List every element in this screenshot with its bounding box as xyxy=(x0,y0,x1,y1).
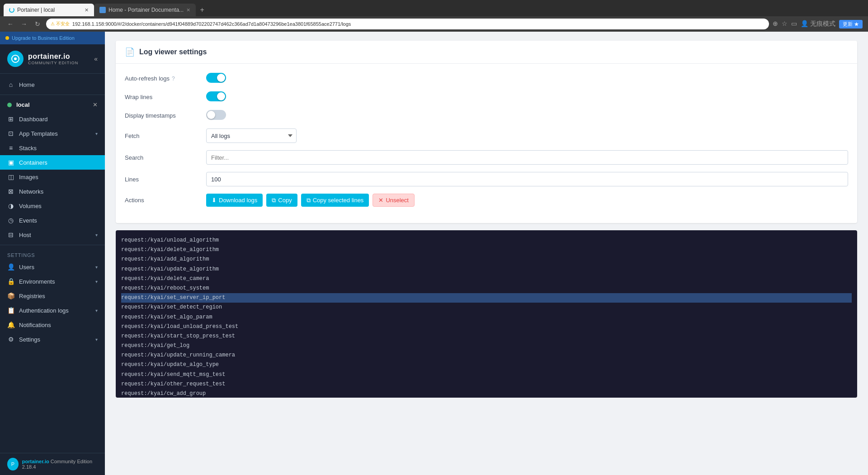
sidebar-item-environments[interactable]: 🔒 Environments ▾ xyxy=(0,274,105,289)
log-line[interactable]: request:/kyai/other_request_test xyxy=(121,380,852,389)
sidebar-collapse-button[interactable]: « xyxy=(94,55,98,62)
reload-button[interactable]: ↻ xyxy=(33,20,42,28)
log-line[interactable]: request:/kyai/set_algo_param xyxy=(121,313,852,322)
app-container: Upgrade to Business Edition portainer.io… xyxy=(0,32,868,475)
tab-spinner xyxy=(9,7,14,13)
copy-selected-button[interactable]: ⧉ Copy selected lines xyxy=(301,194,369,207)
logo-sub: COMMUNITY EDITION xyxy=(28,61,78,65)
address-box[interactable]: ⚠ 不安全 192.168.1.158:9000/#/2/docker/cont… xyxy=(46,19,769,29)
settings-label: Settings xyxy=(19,336,91,343)
log-output[interactable]: request:/kyai/unload_algorithmrequest:/k… xyxy=(116,230,857,398)
upgrade-dot xyxy=(5,36,9,40)
sidebar-item-images[interactable]: ◫ Images xyxy=(0,170,105,184)
sidebar-item-users[interactable]: 👤 Users ▾ xyxy=(0,260,105,274)
auto-refresh-toggle[interactable] xyxy=(206,73,226,83)
host-label: Host xyxy=(19,232,91,238)
browser-action-buttons: ⊕ ☆ ▭ 👤 无痕模式 更新 ★ xyxy=(773,20,863,28)
auto-refresh-label: Auto-refresh logs ? xyxy=(125,75,206,82)
search-input[interactable] xyxy=(206,150,848,165)
log-line[interactable]: request:/kyai/send_mqtt_msg_test xyxy=(121,370,852,380)
footer-version: portainer.io Community Edition 2.18.4 xyxy=(22,459,98,470)
environments-icon: 🔒 xyxy=(7,278,14,285)
sidebar-item-settings[interactable]: ⚙ Settings ▾ xyxy=(0,332,105,347)
actions-control: ⬇ Download logs ⧉ Copy ⧉ Copy selected l… xyxy=(206,194,848,207)
browser-chrome: Portainer | local ✕ Home - Portainer Doc… xyxy=(0,0,868,32)
fetch-label: Fetch xyxy=(125,133,206,139)
log-line[interactable]: request:/kyai/set_detect_region xyxy=(121,303,852,312)
fetch-row: Fetch All logs Last 100 lines Last 500 l… xyxy=(125,128,848,143)
sidebar-footer: P portainer.io Community Edition 2.18.4 xyxy=(0,453,105,475)
stacks-label: Stacks xyxy=(19,145,98,152)
sidebar-divider-1 xyxy=(0,95,105,95)
tab-close-2[interactable]: ✕ xyxy=(186,7,190,13)
log-line[interactable]: request:/kyai/update_algo_type xyxy=(121,360,852,370)
env-close-button[interactable]: ✕ xyxy=(93,101,98,108)
wrap-lines-toggle[interactable] xyxy=(206,91,226,101)
active-tab[interactable]: Portainer | local ✕ xyxy=(4,4,94,16)
log-line[interactable]: request:/kyai/update_running_camera xyxy=(121,351,852,360)
sidebar-item-events[interactable]: ◷ Events xyxy=(0,213,105,228)
upgrade-banner[interactable]: Upgrade to Business Edition xyxy=(0,32,105,44)
users-label: Users xyxy=(19,264,91,271)
sidebar-item-dashboard[interactable]: ⊞ Dashboard xyxy=(0,112,105,126)
log-line[interactable]: request:/kyai/get_log xyxy=(121,341,852,351)
upgrade-label: Upgrade to Business Edition xyxy=(12,35,75,41)
log-line[interactable]: request:/kyai/start_stop_press_test xyxy=(121,332,852,341)
sidebar-item-home[interactable]: ⌂ Home xyxy=(0,77,105,92)
browser-update-button[interactable]: 更新 ★ xyxy=(839,20,863,28)
unselect-button[interactable]: ✕ Unselect xyxy=(373,194,415,207)
sidebar-item-app-templates[interactable]: ⊡ App Templates ▾ xyxy=(0,126,105,141)
sidebar-toggle-icon[interactable]: ▭ xyxy=(791,20,797,28)
inactive-tab-label: Home - Portainer Documenta... xyxy=(108,7,184,13)
user-profile-icon[interactable]: 👤 无痕模式 xyxy=(801,20,835,28)
log-line[interactable]: request:/kyai/cw_add_group xyxy=(121,389,852,398)
auto-refresh-help[interactable]: ? xyxy=(172,76,175,82)
fetch-select[interactable]: All logs Last 100 lines Last 500 lines L… xyxy=(206,128,297,143)
images-label: Images xyxy=(19,174,98,180)
copy-button[interactable]: ⧉ Copy xyxy=(266,194,297,207)
tab-close[interactable]: ✕ xyxy=(85,7,89,13)
log-line[interactable]: request:/kyai/set_server_ip_port xyxy=(121,293,852,303)
display-timestamps-toggle[interactable] xyxy=(206,110,226,120)
log-line[interactable]: request:/kyai/add_algorithm xyxy=(121,255,852,264)
tab-favicon xyxy=(99,7,106,13)
sidebar-item-auth-logs[interactable]: 📋 Authentication logs ▾ xyxy=(0,303,105,318)
log-line[interactable]: request:/kyai/reboot_system xyxy=(121,284,852,293)
app-templates-label: App Templates xyxy=(19,130,91,137)
security-warning: ⚠ 不安全 xyxy=(51,21,70,27)
sidebar-item-stacks[interactable]: ≡ Stacks xyxy=(0,141,105,155)
sidebar-item-registries[interactable]: 📦 Registries xyxy=(0,289,105,303)
panel-header: 📄 Log viewer settings xyxy=(116,41,857,64)
auto-refresh-slider xyxy=(206,73,226,83)
sidebar-divider-2 xyxy=(0,245,105,245)
events-label: Events xyxy=(19,217,98,224)
sidebar-item-notifications[interactable]: 🔔 Notifications xyxy=(0,318,105,332)
display-timestamps-label: Display timestamps xyxy=(125,112,206,119)
back-button[interactable]: ← xyxy=(5,20,15,28)
lines-control xyxy=(206,172,848,186)
search-label: Search xyxy=(125,154,206,161)
forward-button[interactable]: → xyxy=(19,20,29,28)
logo-main: portainer.io xyxy=(28,52,78,61)
sidebar-item-host[interactable]: ⊟ Host ▾ xyxy=(0,228,105,242)
log-line[interactable]: request:/kyai/delete_algorithm xyxy=(121,245,852,255)
sidebar-item-containers[interactable]: ▣ Containers xyxy=(0,155,105,170)
lines-input[interactable] xyxy=(206,172,848,186)
log-line[interactable]: request:/kyai/load_unload_press_test xyxy=(121,322,852,332)
log-line[interactable]: request:/kyai/update_algorithm xyxy=(121,265,852,274)
new-tab-button[interactable]: + xyxy=(196,4,208,16)
panel-icon: 📄 xyxy=(125,47,135,57)
settings-chevron: ▾ xyxy=(95,337,98,342)
translate-icon[interactable]: ⊕ xyxy=(773,20,778,28)
sidebar-item-volumes[interactable]: ◑ Volumes xyxy=(0,199,105,213)
bookmark-icon[interactable]: ☆ xyxy=(782,20,788,28)
log-line[interactable]: request:/kyai/delete_camera xyxy=(121,274,852,284)
home-label: Home xyxy=(19,81,98,88)
download-logs-button[interactable]: ⬇ Download logs xyxy=(206,194,263,207)
log-line[interactable]: request:/kyai/unload_algorithm xyxy=(121,236,852,245)
inactive-tab[interactable]: Home - Portainer Documenta... ✕ xyxy=(94,4,196,16)
url-display: 192.168.1.158:9000/#/2/docker/containers… xyxy=(72,21,351,27)
sidebar-item-networks[interactable]: ⊠ Networks xyxy=(0,184,105,199)
footer-avatar: P xyxy=(7,458,19,470)
svg-point-1 xyxy=(14,57,17,60)
